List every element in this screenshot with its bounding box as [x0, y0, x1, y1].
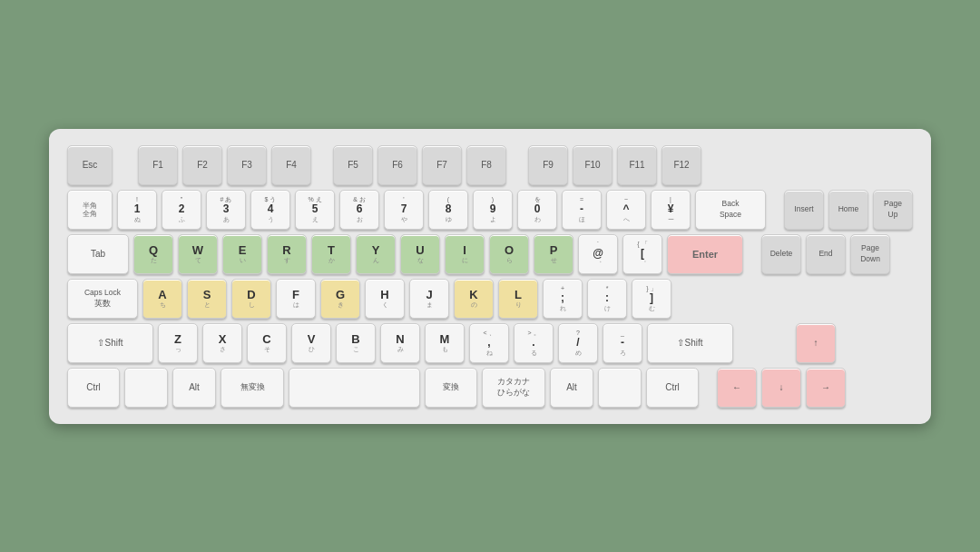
key-1[interactable]: ! 1 ぬ	[117, 190, 157, 230]
key-alt-right[interactable]: Alt	[550, 368, 593, 408]
key-m[interactable]: Mも	[425, 323, 465, 363]
key-e[interactable]: Eい	[222, 234, 262, 274]
key-pageup[interactable]: PageUp	[873, 190, 913, 230]
zxcv-row: ⇧Shift Zっ Xさ Cそ Vひ Bこ Nみ Mも < 、 , ね > 。 …	[67, 323, 913, 363]
key-r[interactable]: Rす	[267, 234, 307, 274]
keyboard: Esc F1 F2 F3 F4 F5 F6 F7 F8 F9 F10 F11 F…	[49, 129, 931, 424]
key-shift-left[interactable]: ⇧Shift	[67, 323, 153, 363]
key-v[interactable]: Vひ	[291, 323, 331, 363]
key-bracket-close[interactable]: } 」 ] む	[632, 279, 671, 319]
key-b[interactable]: Bこ	[336, 323, 376, 363]
key-ctrl-left[interactable]: Ctrl	[67, 368, 120, 408]
key-j[interactable]: Jま	[409, 279, 449, 319]
key-shift-right[interactable]: ⇧Shift	[647, 323, 733, 363]
key-pagedown[interactable]: PageDown	[850, 234, 890, 274]
key-capslock[interactable]: Caps Lock英数	[67, 279, 138, 319]
key-o[interactable]: Oら	[489, 234, 529, 274]
key-muhenkan[interactable]: 無変換	[220, 368, 284, 408]
key-p[interactable]: Pせ	[534, 234, 573, 274]
key-n[interactable]: Nみ	[380, 323, 420, 363]
key-i[interactable]: Iに	[445, 234, 485, 274]
key-period[interactable]: > 。 . る	[514, 323, 554, 363]
key-w[interactable]: Wて	[178, 234, 218, 274]
key-d[interactable]: Dし	[231, 279, 271, 319]
key-yen[interactable]: | ¥ ー	[651, 190, 691, 230]
key-3[interactable]: # あ 3 あ	[206, 190, 246, 230]
key-end[interactable]: End	[806, 234, 846, 274]
key-alt-left[interactable]: Alt	[172, 368, 216, 408]
key-9[interactable]: ) 9 よ	[473, 190, 513, 230]
key-f10[interactable]: F10	[573, 145, 612, 185]
key-q[interactable]: Qた	[133, 234, 173, 274]
key-g[interactable]: Gき	[320, 279, 360, 319]
key-esc[interactable]: Esc	[67, 145, 113, 185]
asdf-row: Caps Lock英数 Aち Sと Dし Fは Gき Hく Jま Kの Lり +	[67, 279, 913, 319]
key-f8[interactable]: F8	[466, 145, 506, 185]
key-5[interactable]: % え 5 え	[295, 190, 335, 230]
key-space[interactable]	[289, 368, 420, 408]
key-u[interactable]: Uな	[400, 234, 440, 274]
qwerty-row: Tab Qた Wて Eい Rす Tか Yん Uな Iに Oら Pせ	[67, 234, 913, 274]
key-f3[interactable]: F3	[227, 145, 267, 185]
key-4[interactable]: $ う 4 う	[250, 190, 290, 230]
key-win-left[interactable]	[124, 368, 168, 408]
bottom-row: Ctrl Alt 無変換 変換 カタカナひらがな Alt Ctrl ← ↓ →	[67, 368, 913, 408]
key-insert[interactable]: Insert	[784, 190, 824, 230]
key-c[interactable]: Cそ	[247, 323, 287, 363]
key-win-right[interactable]	[598, 368, 642, 408]
key-hankaku[interactable]: 半角全角	[67, 190, 113, 230]
key-enter[interactable]: Enter	[667, 234, 743, 274]
key-z[interactable]: Zっ	[158, 323, 198, 363]
key-katakana[interactable]: カタカナひらがな	[482, 368, 545, 408]
key-8[interactable]: ( 8 ゆ	[428, 190, 468, 230]
key-2[interactable]: " 2 ふ	[162, 190, 201, 230]
key-a[interactable]: Aち	[142, 279, 182, 319]
key-f2[interactable]: F2	[182, 145, 222, 185]
key-f6[interactable]: F6	[377, 145, 417, 185]
function-row: Esc F1 F2 F3 F4 F5 F6 F7 F8 F9 F10 F11 F…	[67, 145, 913, 185]
key-6[interactable]: & お 6 お	[339, 190, 379, 230]
key-ctrl-right[interactable]: Ctrl	[646, 368, 699, 408]
key-f[interactable]: Fは	[276, 279, 316, 319]
key-f1[interactable]: F1	[138, 145, 178, 185]
key-backspace[interactable]: BackSpace	[695, 190, 766, 230]
key-7[interactable]: ' 7 や	[384, 190, 424, 230]
key-s[interactable]: Sと	[187, 279, 227, 319]
key-henkan[interactable]: 変換	[425, 368, 477, 408]
key-tab[interactable]: Tab	[67, 234, 129, 274]
key-minus[interactable]: = - ほ	[562, 190, 602, 230]
key-caret[interactable]: ~ ^ へ	[606, 190, 646, 230]
key-k[interactable]: Kの	[454, 279, 494, 319]
key-semicolon[interactable]: + ; れ	[543, 279, 583, 319]
key-slash[interactable]: ? / め	[558, 323, 598, 363]
key-f7[interactable]: F7	[422, 145, 462, 185]
key-h[interactable]: Hく	[365, 279, 405, 319]
key-arrow-left[interactable]: ←	[717, 368, 757, 408]
key-f4[interactable]: F4	[271, 145, 311, 185]
key-x[interactable]: Xさ	[202, 323, 242, 363]
key-home[interactable]: Home	[828, 190, 868, 230]
key-colon[interactable]: * : け	[587, 279, 627, 319]
key-comma[interactable]: < 、 , ね	[469, 323, 509, 363]
key-f9[interactable]: F9	[528, 145, 568, 185]
key-f11[interactable]: F11	[617, 145, 657, 185]
key-0[interactable]: を 0 わ	[517, 190, 557, 230]
key-l[interactable]: Lり	[498, 279, 538, 319]
key-arrow-right[interactable]: →	[806, 368, 846, 408]
key-y[interactable]: Yん	[356, 234, 396, 274]
key-backslash[interactable]: _ - ろ	[603, 323, 642, 363]
key-t[interactable]: Tか	[311, 234, 351, 274]
key-arrow-down[interactable]: ↓	[761, 368, 801, 408]
number-row: 半角全角 ! 1 ぬ " 2 ふ # あ 3 あ $ う 4 う % え 5 え…	[67, 190, 913, 230]
key-f5[interactable]: F5	[333, 145, 373, 185]
key-at[interactable]: ` @ ゛	[578, 234, 618, 274]
key-delete[interactable]: Delete	[761, 234, 801, 274]
key-f12[interactable]: F12	[662, 145, 701, 185]
key-bracket-open[interactable]: { 「 [ ゜	[622, 234, 662, 274]
key-arrow-up[interactable]: ↑	[796, 323, 836, 363]
